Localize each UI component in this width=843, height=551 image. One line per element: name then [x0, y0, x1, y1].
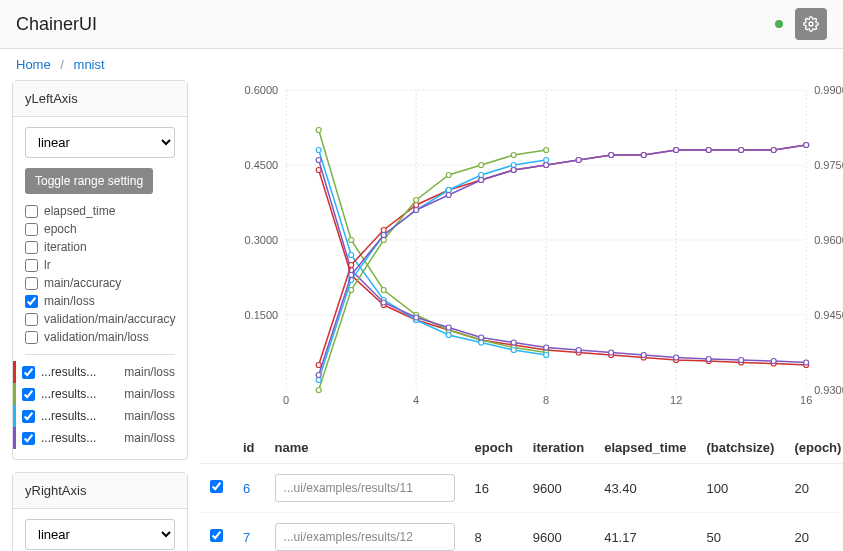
- result-name: ...results...: [41, 409, 118, 423]
- svg-point-74: [381, 228, 386, 233]
- svg-text:12: 12: [670, 394, 682, 406]
- svg-point-64: [576, 348, 581, 353]
- table-header: (epoch): [784, 432, 843, 464]
- svg-text:0.9900: 0.9900: [814, 84, 843, 96]
- result-name: ...results...: [41, 431, 118, 445]
- result-checkbox[interactable]: [22, 388, 35, 401]
- breadcrumb: Home / mnist: [0, 49, 843, 80]
- result-row: ...results...main/loss: [13, 405, 175, 427]
- metric-item[interactable]: main/accuracy: [25, 274, 175, 292]
- metric-item[interactable]: epoch: [25, 220, 175, 238]
- metric-item[interactable]: main/loss: [25, 292, 175, 310]
- table-cell: 20: [784, 464, 843, 513]
- svg-point-63: [544, 345, 549, 350]
- svg-point-100: [446, 188, 451, 193]
- svg-point-112: [576, 158, 581, 163]
- breadcrumb-home-link[interactable]: Home: [16, 57, 51, 72]
- result-metric: main/loss: [124, 431, 175, 445]
- content: 04812160.15000.30000.45000.60000.93000.9…: [200, 80, 843, 551]
- table-header: id: [233, 432, 265, 464]
- result-checkbox[interactable]: [22, 366, 35, 379]
- svg-point-54: [511, 348, 516, 353]
- metric-item[interactable]: iteration: [25, 238, 175, 256]
- metric-checkbox[interactable]: [25, 223, 38, 236]
- left-scale-select[interactable]: linear: [25, 127, 175, 158]
- svg-point-117: [739, 148, 744, 153]
- svg-point-115: [674, 148, 679, 153]
- row-id-link[interactable]: 7: [243, 530, 250, 545]
- svg-point-62: [511, 340, 516, 345]
- result-metric: main/loss: [124, 387, 175, 401]
- table-cell: 41.17: [594, 513, 696, 552]
- breadcrumb-project-link[interactable]: mnist: [74, 57, 105, 72]
- svg-point-104: [316, 373, 321, 378]
- svg-text:0.9300: 0.9300: [814, 384, 843, 396]
- svg-point-58: [381, 300, 386, 305]
- metric-item[interactable]: elapsed_time: [25, 202, 175, 220]
- metric-checkbox[interactable]: [25, 277, 38, 290]
- metric-label: main/accuracy: [44, 276, 121, 290]
- y-left-axis-title: yLeftAxis: [13, 81, 187, 117]
- svg-text:0: 0: [283, 394, 289, 406]
- table-cell: 9600: [523, 464, 594, 513]
- toggle-range-button[interactable]: Toggle range setting: [25, 168, 153, 194]
- row-checkbox[interactable]: [210, 529, 223, 542]
- metric-label: main/loss: [44, 294, 95, 308]
- table-header: iteration: [523, 432, 594, 464]
- svg-text:0.4500: 0.4500: [245, 159, 279, 171]
- table-cell: 100: [697, 464, 785, 513]
- row-checkbox[interactable]: [210, 480, 223, 493]
- y-right-axis-title: yRightAxis: [13, 473, 187, 509]
- result-checkbox[interactable]: [22, 410, 35, 423]
- result-checkbox[interactable]: [22, 432, 35, 445]
- table-cell: 16: [465, 464, 523, 513]
- table-header: (batchsize): [697, 432, 785, 464]
- svg-point-72: [316, 363, 321, 368]
- metric-checkbox[interactable]: [25, 331, 38, 344]
- svg-point-103: [544, 158, 549, 163]
- metric-label: lr: [44, 258, 51, 272]
- table-row: 78960041.175020-1: [200, 513, 843, 552]
- settings-button[interactable]: [795, 8, 827, 40]
- metric-checkbox[interactable]: [25, 295, 38, 308]
- svg-point-91: [414, 198, 419, 203]
- svg-point-59: [414, 315, 419, 320]
- metric-item[interactable]: validation/main/accuracy: [25, 310, 175, 328]
- svg-point-88: [316, 388, 321, 393]
- metric-checkbox[interactable]: [25, 259, 38, 272]
- svg-point-66: [641, 353, 646, 358]
- right-scale-select[interactable]: linear: [25, 519, 175, 550]
- result-row: ...results...main/loss: [13, 383, 175, 405]
- svg-point-70: [771, 359, 776, 364]
- metric-checkbox[interactable]: [25, 313, 38, 326]
- result-metric: main/loss: [124, 365, 175, 379]
- row-id-link[interactable]: 6: [243, 481, 250, 496]
- svg-point-96: [316, 378, 321, 383]
- svg-point-102: [511, 163, 516, 168]
- metric-item[interactable]: validation/main/loss: [25, 328, 175, 346]
- svg-text:16: 16: [800, 394, 812, 406]
- svg-point-101: [479, 173, 484, 178]
- svg-point-67: [674, 355, 679, 360]
- svg-text:0.6000: 0.6000: [245, 84, 279, 96]
- svg-point-52: [446, 333, 451, 338]
- svg-point-0: [809, 22, 813, 26]
- table-cell: [265, 513, 465, 552]
- svg-point-60: [446, 325, 451, 330]
- metric-item[interactable]: lr: [25, 256, 175, 274]
- table-cell: 8: [465, 513, 523, 552]
- metric-checkbox[interactable]: [25, 241, 38, 254]
- row-name-input[interactable]: [275, 523, 455, 551]
- breadcrumb-separator: /: [60, 57, 64, 72]
- sidebar: yLeftAxis linear Toggle range setting el…: [0, 80, 200, 551]
- row-name-input[interactable]: [275, 474, 455, 502]
- metric-checkbox[interactable]: [25, 205, 38, 218]
- table-cell: 6: [233, 464, 265, 513]
- svg-point-119: [804, 143, 809, 148]
- table-header: elapsed_time: [594, 432, 696, 464]
- svg-point-71: [804, 360, 809, 365]
- svg-text:4: 4: [413, 394, 419, 406]
- table-cell: 7: [233, 513, 265, 552]
- svg-point-111: [544, 163, 549, 168]
- table-cell: [200, 464, 233, 513]
